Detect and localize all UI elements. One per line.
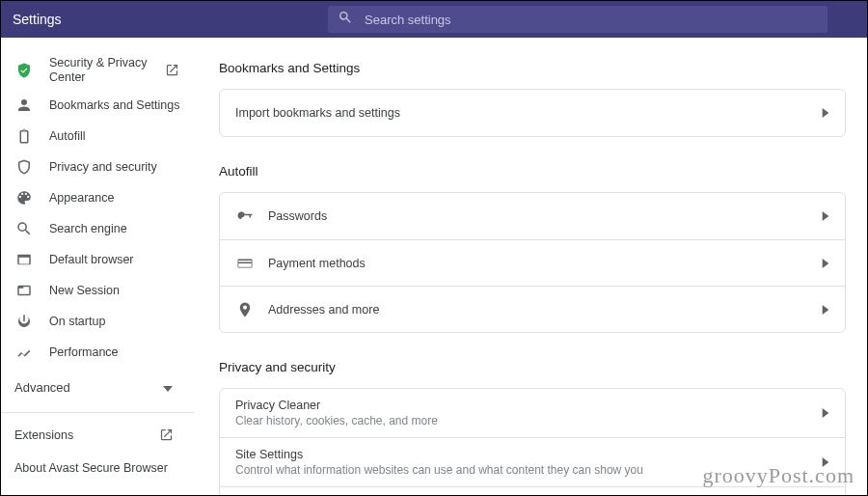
row-more[interactable]: More xyxy=(220,486,845,495)
shield-check-icon xyxy=(14,62,34,79)
trend-icon xyxy=(14,344,34,361)
chevron-right-icon xyxy=(822,255,829,272)
search-box[interactable] xyxy=(328,6,827,33)
sidebar-item-label: On startup xyxy=(49,315,180,329)
row-subtitle: Control what information websites can us… xyxy=(235,463,822,477)
row-title: Payment methods xyxy=(268,257,822,270)
sidebar-item-label: Performance xyxy=(49,345,180,360)
section-title-bookmarks: Bookmarks and Settings xyxy=(219,61,846,75)
shield-icon xyxy=(14,158,34,176)
card-privacy: Privacy Cleaner Clear history, cookies, … xyxy=(219,388,846,495)
row-site-settings[interactable]: Site Settings Control what information w… xyxy=(220,437,845,486)
power-icon xyxy=(14,313,34,330)
sidebar-item-security-privacy-center[interactable]: Security & Privacy Center xyxy=(1,51,194,90)
divider xyxy=(1,412,194,413)
chevron-right-icon xyxy=(822,404,829,422)
sidebar-item-privacy-security[interactable]: Privacy and security xyxy=(1,152,194,182)
clipboard-icon xyxy=(14,127,34,145)
chevron-right-icon xyxy=(822,207,829,225)
chevron-right-icon xyxy=(822,104,829,122)
row-title: Addresses and more xyxy=(268,303,822,317)
row-passwords[interactable]: Passwords xyxy=(220,193,845,239)
sidebar-item-search-engine[interactable]: Search engine xyxy=(1,213,194,244)
sidebar-about[interactable]: About Avast Secure Browser xyxy=(14,452,180,484)
sidebar-item-label: Search engine xyxy=(49,222,180,236)
section-title-privacy: Privacy and security xyxy=(219,360,846,374)
external-link-icon xyxy=(165,63,180,78)
chevron-right-icon xyxy=(822,454,829,471)
about-label: About Avast Secure Browser xyxy=(14,461,168,475)
card-autofill: Passwords Payment methods Addresses and … xyxy=(219,192,846,333)
row-title: Import bookmarks and settings xyxy=(235,106,822,120)
row-addresses[interactable]: Addresses and more xyxy=(220,286,845,332)
sidebar-item-bookmarks-settings[interactable]: Bookmarks and Settings xyxy=(1,90,194,121)
row-title: Privacy Cleaner xyxy=(235,399,822,412)
search-icon xyxy=(338,10,353,29)
palette-icon xyxy=(14,189,34,207)
chevron-down-icon xyxy=(163,380,173,395)
header: Settings xyxy=(1,1,867,38)
sidebar-item-label: Security & Privacy Center xyxy=(49,56,165,85)
sidebar-extensions[interactable]: Extensions xyxy=(14,419,180,452)
extensions-label: Extensions xyxy=(14,428,73,442)
sidebar-item-appearance[interactable]: Appearance xyxy=(1,182,194,213)
sidebar-item-label: Autofill xyxy=(49,129,180,144)
sidebar-advanced[interactable]: Advanced xyxy=(1,368,194,406)
key-icon xyxy=(235,207,255,225)
section-title-autofill: Autofill xyxy=(219,164,846,179)
main-content: Bookmarks and Settings Import bookmarks … xyxy=(194,38,867,495)
person-icon xyxy=(14,96,34,114)
sidebar-item-label: New Session xyxy=(49,284,180,298)
pin-icon xyxy=(235,301,255,318)
sidebar-item-label: Default browser xyxy=(49,253,180,267)
page-title: Settings xyxy=(13,12,328,27)
browser-icon xyxy=(14,251,34,268)
sidebar-item-label: Bookmarks and Settings xyxy=(49,98,180,113)
sidebar: Security & Privacy Center Bookmarks and … xyxy=(1,38,194,495)
sidebar-item-performance[interactable]: Performance xyxy=(1,337,194,368)
row-privacy-cleaner[interactable]: Privacy Cleaner Clear history, cookies, … xyxy=(220,389,845,437)
chevron-right-icon xyxy=(822,301,829,318)
advanced-label: Advanced xyxy=(14,380,70,395)
sidebar-item-label: Appearance xyxy=(49,191,180,206)
row-subtitle: Clear history, cookies, cache, and more xyxy=(235,414,822,427)
sidebar-item-label: Privacy and security xyxy=(49,160,180,175)
tab-icon xyxy=(14,282,34,299)
card-bookmarks: Import bookmarks and settings xyxy=(219,89,846,137)
row-payment-methods[interactable]: Payment methods xyxy=(220,239,845,286)
search-input[interactable] xyxy=(365,13,818,27)
sidebar-item-autofill[interactable]: Autofill xyxy=(1,121,194,152)
row-title: Passwords xyxy=(268,209,822,223)
search-icon xyxy=(14,220,34,237)
row-import-bookmarks[interactable]: Import bookmarks and settings xyxy=(220,90,845,136)
sidebar-item-new-session[interactable]: New Session xyxy=(1,275,194,306)
external-link-icon xyxy=(159,427,175,443)
sidebar-item-default-browser[interactable]: Default browser xyxy=(1,244,194,275)
card-icon xyxy=(235,255,255,272)
row-title: Site Settings xyxy=(235,448,822,461)
sidebar-item-on-startup[interactable]: On startup xyxy=(1,306,194,337)
